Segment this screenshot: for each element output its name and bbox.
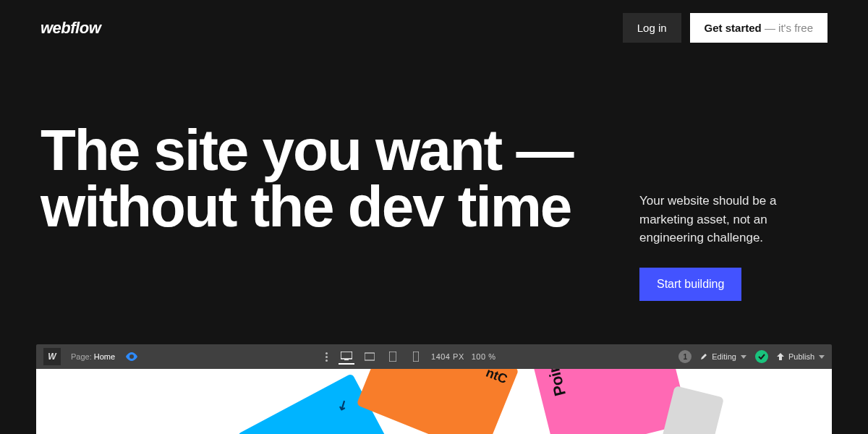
page-selector[interactable]: Page: Home	[71, 352, 115, 361]
nav-actions: Log in Get started — it's free	[623, 13, 827, 43]
breakpoint-tools: 1404 PX 100 %	[321, 349, 495, 365]
card-text: PointC	[540, 369, 570, 398]
hero: The site you want — without the dev time…	[0, 43, 868, 301]
hero-right: Your website should be a marketing asset…	[639, 122, 827, 301]
tablet-landscape-icon[interactable]	[362, 349, 378, 365]
login-button[interactable]: Log in	[623, 13, 681, 43]
canvas-zoom: 100 %	[472, 352, 496, 361]
chevron-down-icon	[819, 355, 825, 359]
get-started-suffix: — it's free	[762, 22, 813, 34]
svg-rect-1	[344, 359, 349, 360]
publish-label: Publish	[788, 352, 814, 361]
editor-toolbar: W Page: Home 1404 PX 100 %	[36, 344, 832, 369]
start-building-button[interactable]: Start building	[639, 268, 741, 301]
mode-label: Editing	[712, 352, 736, 361]
mobile-icon[interactable]	[408, 349, 424, 365]
webflow-app-icon[interactable]: W	[43, 348, 61, 365]
status-ok-icon[interactable]	[755, 350, 768, 363]
svg-rect-2	[365, 353, 375, 360]
card-text: ntC	[484, 369, 510, 387]
hero-left: The site you want — without the dev time	[41, 122, 596, 236]
chevron-down-icon	[741, 355, 746, 359]
editor-preview: W Page: Home 1404 PX 100 %	[36, 344, 832, 434]
get-started-label: Get started	[705, 22, 762, 34]
preview-eye-icon[interactable]	[125, 350, 138, 363]
arrow-icon: ↙	[334, 396, 352, 414]
card-graphic-orange: ntC	[357, 369, 519, 434]
svg-rect-0	[341, 352, 352, 359]
mode-switch[interactable]: Editing	[700, 352, 746, 361]
hero-headline: The site you want — without the dev time	[41, 122, 596, 236]
page-name: Home	[94, 352, 115, 361]
notifications-badge[interactable]: 1	[678, 350, 692, 363]
svg-rect-4	[413, 352, 419, 362]
svg-rect-3	[389, 352, 396, 362]
right-tools: 1 Editing Publish	[678, 350, 825, 363]
top-nav: webflow Log in Get started — it's free	[0, 0, 868, 43]
desktop-icon[interactable]	[339, 349, 354, 365]
hero-subhead: Your website should be a marketing asset…	[639, 192, 827, 247]
editor-canvas: ↙ ntC PointC	[36, 369, 832, 434]
canvas-width: 1404 PX	[431, 352, 464, 361]
publish-button[interactable]: Publish	[777, 352, 825, 361]
get-started-button[interactable]: Get started — it's free	[690, 13, 827, 43]
logo[interactable]: webflow	[41, 19, 101, 38]
tablet-icon[interactable]	[385, 349, 401, 365]
more-icon[interactable]	[321, 352, 331, 362]
page-label: Page:	[71, 352, 92, 361]
